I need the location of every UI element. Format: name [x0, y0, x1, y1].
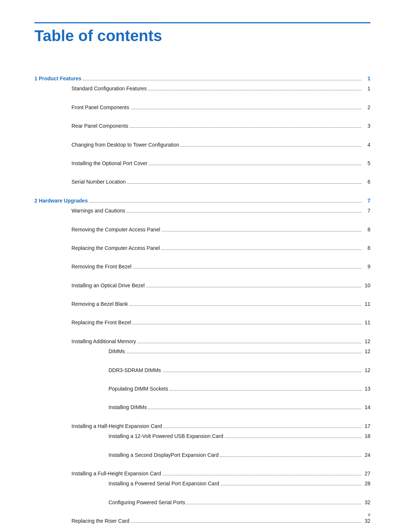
toc-dots: [148, 409, 361, 409]
toc-entry-text: Installing an Optical Drive Bezel: [71, 281, 145, 290]
toc-entry-text: 1 Product Features: [34, 74, 81, 83]
toc-entry: Serial Number Location6: [34, 178, 370, 186]
toc-section: DIMMs12: [34, 347, 370, 355]
toc-dots: [163, 372, 361, 372]
toc-dots: [130, 305, 361, 306]
toc-section: 2 Hardware Upgrades7Warnings and Caution…: [34, 197, 370, 532]
toc-page-number: 2: [363, 103, 370, 111]
toc-section: Installing a Half-Height Expansion Card1…: [34, 422, 370, 459]
toc-dots: [133, 268, 361, 268]
toc-entry: Installing a Powered Serial Port Expansi…: [34, 479, 370, 488]
toc-entry: Installing the Optional Port Cover5: [34, 159, 370, 167]
toc-entry: Installing a Half-Height Expansion Card1…: [34, 422, 370, 430]
toc-entry: Installing Additional Memory12: [34, 337, 370, 345]
toc-entry-text: DDR3-SDRAM DIMMs: [109, 366, 161, 374]
toc-dots: [83, 80, 361, 80]
toc-entry: Installing an Optical Drive Bezel10: [34, 281, 370, 290]
toc-page-number: 6: [363, 178, 370, 186]
toc-entry-text: Installing a Full-Height Expansion Card: [71, 469, 161, 478]
toc-entry-text: Configuring Powered Serial Ports: [109, 498, 185, 506]
toc-entry-text: Populating DIMM Sockets: [109, 385, 168, 393]
toc-entry-text: Rear Panel Components: [71, 122, 128, 130]
toc-entry-text: Standard Configuration Features: [71, 84, 147, 93]
toc-dots: [161, 250, 361, 250]
toc-entry-text: Front Panel Components: [71, 103, 129, 111]
toc-dots: [181, 146, 361, 147]
toc-page-number: 3: [363, 122, 370, 130]
toc-entry-text: Replacing the Computer Access Panel: [71, 244, 160, 252]
toc-section: Installing a Second DisplayPort Expansio…: [34, 451, 370, 459]
footer-page-number: v: [368, 512, 371, 517]
toc-dots: [137, 343, 361, 343]
toc-section: Installing an Optical Drive Bezel10: [34, 281, 370, 290]
toc-dots: [126, 353, 361, 353]
toc-entry-text: Removing a Bezel Blank: [71, 300, 128, 308]
toc-entry: 2 Hardware Upgrades7: [34, 197, 370, 205]
toc-entry-text: DIMMs: [109, 347, 125, 355]
toc-dots: [187, 504, 361, 504]
toc-page-number: 7: [363, 197, 370, 205]
toc-page-number: 1: [363, 84, 370, 93]
toc-page-number: 4: [363, 141, 370, 149]
toc-page-number: 7: [363, 207, 370, 215]
toc-page-number: 12: [363, 337, 370, 345]
toc-page-number: 27: [363, 469, 370, 478]
toc-container: 1 Product Features1Standard Configuratio…: [34, 74, 370, 532]
toc-dots: [170, 390, 361, 391]
toc-entry-text: Changing from Desktop to Tower Configura…: [71, 141, 179, 149]
toc-dots: [220, 456, 361, 457]
toc-entry: Removing the Front Bezel9: [34, 262, 370, 271]
toc-page-number: 12: [363, 366, 370, 374]
toc-entry: Installing a Full-Height Expansion Card2…: [34, 469, 370, 478]
toc-page-number: 18: [363, 432, 370, 440]
toc-section: Installing a 12-Volt Powered USB Expansi…: [34, 432, 370, 440]
toc-entry: Installing DIMMs14: [34, 403, 370, 411]
toc-page-number: 11: [363, 300, 370, 308]
toc-section: Removing the Front Bezel9: [34, 262, 370, 271]
toc-section: Standard Configuration Features1: [34, 84, 370, 93]
toc-section: Replacing the Computer Access Panel8: [34, 244, 370, 252]
toc-section: Front Panel Components2: [34, 103, 370, 111]
toc-entry: Replacing the Riser Card32: [34, 517, 370, 525]
toc-page-number: 14: [363, 403, 370, 411]
toc-page-number: 8: [363, 244, 370, 252]
toc-entry-text: 2 Hardware Upgrades: [34, 197, 88, 205]
toc-entry: Changing from Desktop to Tower Configura…: [34, 141, 370, 149]
toc-section: Installing DIMMs14: [34, 403, 370, 411]
toc-page-number: 13: [363, 385, 370, 393]
toc-section: Replacing the Riser Card32: [34, 517, 370, 525]
toc-dots: [162, 231, 361, 231]
toc-section: DDR3-SDRAM DIMMs12: [34, 366, 370, 374]
toc-section: Serial Number Location6: [34, 178, 370, 186]
toc-dots: [89, 202, 361, 203]
toc-page-number: 10: [363, 281, 370, 290]
toc-entry: Removing the Computer Access Panel8: [34, 225, 370, 234]
toc-page-number: 17: [363, 422, 370, 430]
toc-section: Replacing the Front Bezel11: [34, 318, 370, 327]
toc-section: Changing from Desktop to Tower Configura…: [34, 141, 370, 149]
toc-section: Installing Additional Memory12DIMMs12DDR…: [34, 337, 370, 412]
toc-section: Installing a Full-Height Expansion Card2…: [34, 469, 370, 506]
toc-entry: Removing a Bezel Blank11: [34, 300, 370, 308]
toc-page-number: 28: [363, 479, 370, 488]
toc-entry: Replacing the Front Bezel11: [34, 318, 370, 327]
toc-entry: Configuring Powered Serial Ports32: [34, 498, 370, 506]
toc-page-number: 9: [363, 262, 370, 271]
toc-entry-text: Installing a Powered Serial Port Expansi…: [109, 479, 219, 488]
toc-entry: Installing a 12-Volt Powered USB Expansi…: [34, 432, 370, 440]
toc-entry-text: Installing the Optional Port Cover: [71, 159, 147, 167]
toc-entry-text: Installing a Half-Height Expansion Card: [71, 422, 162, 430]
toc-entry-text: Warnings and Cautions: [71, 207, 125, 215]
toc-section: Installing a Powered Serial Port Expansi…: [34, 479, 370, 488]
toc-entry: Standard Configuration Features1: [34, 84, 370, 93]
toc-page-number: 8: [363, 225, 370, 234]
toc-section: Populating DIMM Sockets13: [34, 385, 370, 393]
toc-entry: Replacing the Computer Access Panel8: [34, 244, 370, 252]
toc-entry: Installing a Second DisplayPort Expansio…: [34, 451, 370, 459]
toc-page-number: 5: [363, 159, 370, 167]
toc-dots: [127, 183, 361, 184]
top-rule: [34, 22, 370, 23]
toc-entry-text: Replacing the Riser Card: [71, 517, 129, 525]
toc-page-number: 12: [363, 347, 370, 355]
toc-section: Removing a Bezel Blank11: [34, 300, 370, 308]
